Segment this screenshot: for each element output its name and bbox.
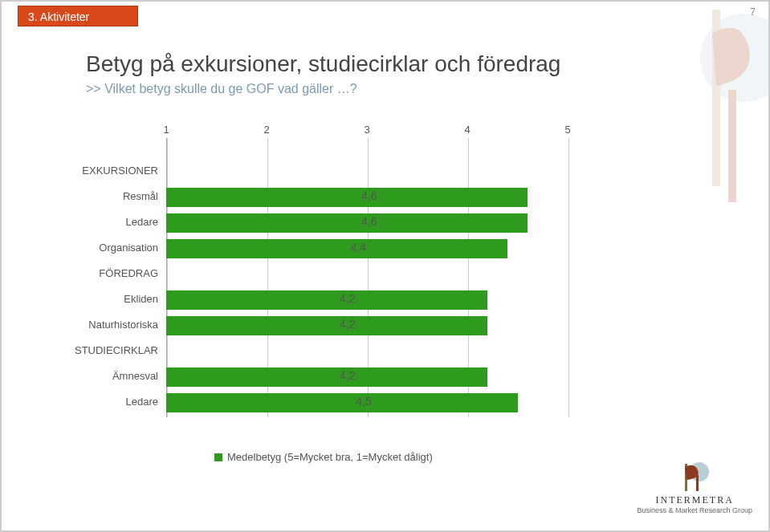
chart-bar-value: 4,4: [351, 241, 366, 254]
chart-row-label: Naturhistoriska: [46, 319, 158, 331]
chart-row-label: Ämnesval: [46, 370, 158, 382]
chart-x-tick: 3: [364, 124, 369, 136]
footer-logo-icon: [678, 461, 711, 493]
chart-gridline: [568, 138, 569, 417]
chart-rows: EXKURSIONERResmål4,6Ledare4,6Organisatio…: [166, 160, 568, 417]
chart-x-tick: 2: [263, 124, 269, 136]
chart-x-tick: 1: [163, 124, 169, 136]
footer-tagline: Business & Market Research Group: [637, 506, 752, 514]
chart-group-header: FÖREDRAG: [166, 263, 568, 286]
chart-row-label: EXKURSIONER: [46, 164, 158, 177]
chart-bar-row: Ledare4,6: [166, 212, 568, 234]
chart-bar: [166, 368, 487, 387]
watermark-logo: [672, 2, 768, 210]
svg-point-0: [700, 14, 768, 102]
svg-rect-5: [696, 475, 699, 491]
legend-label: Medelbetyg (5=Mycket bra, 1=Mycket dålig…: [227, 451, 433, 463]
chart-x-axis-ticks: 12345: [166, 124, 568, 136]
chart-bar-value: 4,5: [356, 395, 371, 408]
page-title: Betyg på exkursioner, studiecirklar och …: [86, 51, 664, 77]
chart-x-tick: 5: [564, 124, 570, 136]
svg-rect-2: [728, 90, 736, 202]
chart-bar: [166, 239, 507, 258]
chart: 12345 EXKURSIONERResmål4,6Ledare4,6Organ…: [54, 138, 568, 475]
chart-bar-value: 4,2: [340, 318, 355, 331]
chart-bar-row: Ekliden4,2: [166, 289, 568, 311]
chart-bar: [166, 290, 487, 310]
chart-row-label: Organisation: [46, 242, 158, 254]
chart-bar: [166, 188, 528, 207]
chart-x-tick: 4: [464, 124, 470, 136]
chart-bar-row: Naturhistoriska4,2: [166, 315, 568, 337]
slide: 3. Aktiviteter 7 Betyg på exkursioner, s…: [0, 0, 770, 532]
chart-bar-row: Ämnesval4,2: [166, 366, 568, 388]
chart-row-label: Ledare: [46, 396, 158, 408]
chart-row-label: FÖREDRAG: [46, 267, 158, 279]
chart-bar-row: Organisation4,4: [166, 238, 568, 260]
chart-bar: [166, 393, 518, 412]
chart-row-label: Resmål: [46, 190, 158, 202]
page-number: 7: [750, 6, 756, 18]
page-subtitle: >> Vilket betyg skulle du ge GOF vad gäl…: [86, 82, 664, 96]
footer-brand: INTERMETRA: [637, 494, 752, 506]
chart-legend: Medelbetyg (5=Mycket bra, 1=Mycket dålig…: [214, 451, 433, 463]
svg-rect-1: [712, 10, 720, 186]
chart-bar-value: 4,6: [361, 215, 377, 228]
chart-row-label: STUDIECIRKLAR: [46, 344, 158, 356]
legend-swatch: [214, 453, 222, 461]
chart-bar-row: Resmål4,6: [166, 186, 568, 209]
chart-bar: [166, 316, 487, 335]
chart-group-header: EXKURSIONER: [166, 160, 568, 183]
section-tab: 3. Aktiviteter: [18, 6, 138, 26]
chart-row-label: Ledare: [46, 216, 158, 228]
chart-bar-value: 4,2: [340, 369, 355, 382]
chart-bar-value: 4,2: [340, 292, 355, 305]
chart-group-header: STUDIECIRKLAR: [166, 340, 568, 363]
chart-bar-row: Ledare4,5: [166, 392, 568, 414]
title-area: Betyg på exkursioner, studiecirklar och …: [86, 51, 664, 96]
chart-bar-value: 4,6: [361, 189, 377, 202]
chart-bar: [166, 213, 528, 233]
footer-logo: INTERMETRA Business & Market Research Gr…: [637, 461, 752, 514]
chart-row-label: Ekliden: [46, 293, 158, 305]
